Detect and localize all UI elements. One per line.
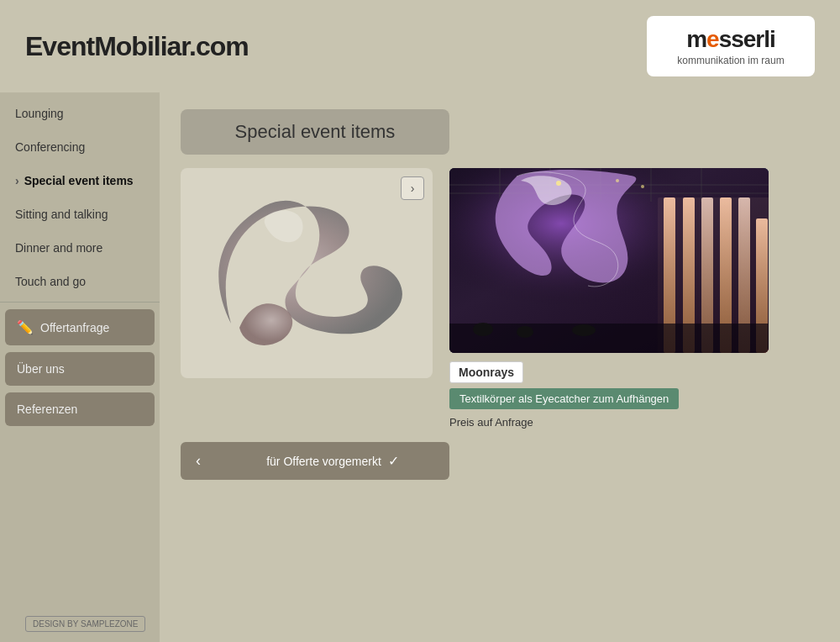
active-arrow: › <box>15 174 19 187</box>
sidebar-item-conferencing[interactable]: Conferencing <box>0 130 160 164</box>
svg-rect-19 <box>449 324 769 353</box>
sidebar-item-sitting[interactable]: Sitting and talking <box>0 197 160 231</box>
sidebar-item-special-event[interactable]: › Special event items <box>0 164 160 197</box>
referenzen-button[interactable]: Referenzen <box>5 392 155 426</box>
brand-logo: messerli kommunikation im raum <box>647 16 815 76</box>
product-photo <box>449 168 769 353</box>
product-name: Moonrays <box>449 361 523 383</box>
product-area: › <box>181 168 819 429</box>
messerli-tagline: kommunikation im raum <box>677 55 784 66</box>
offerte-button[interactable]: für Offerte vorgemerkt ✓ <box>216 442 449 480</box>
logo-text: EventMobiliar.com <box>25 31 249 61</box>
sidebar-item-dinner[interactable]: Dinner and more <box>0 231 160 265</box>
bottom-buttons: ‹ für Offerte vorgemerkt ✓ <box>181 442 449 480</box>
messerli-name: messerli <box>686 26 775 53</box>
product-image <box>197 189 416 357</box>
product-description: Textilkörper als Eyecatcher zum Aufhänge… <box>449 388 679 409</box>
product-detail: Moonrays Textilkörper als Eyecatcher zum… <box>449 168 819 429</box>
category-title: Special event items <box>181 109 449 155</box>
checkmark-icon: ✓ <box>388 453 399 469</box>
prev-button[interactable]: ‹ <box>181 442 216 480</box>
site-logo[interactable]: EventMobiliar.com <box>25 31 249 62</box>
offertanfrage-button[interactable]: ✏️ Offertanfrage <box>5 309 155 345</box>
product-price: Preis auf Anfrage <box>449 416 819 429</box>
ueber-uns-button[interactable]: Über uns <box>5 352 155 386</box>
svg-point-18 <box>641 185 644 188</box>
svg-point-20 <box>473 323 493 336</box>
photo-background <box>449 168 769 353</box>
scene-svg <box>449 168 769 353</box>
nav-divider <box>0 302 160 303</box>
svg-point-22 <box>572 324 596 336</box>
footer-label: DESIGN BY SAMPLEZONE <box>25 616 145 632</box>
header: EventMobiliar.com messerli kommunikation… <box>0 0 840 92</box>
main-layout: Lounging Conferencing › Special event it… <box>0 92 840 642</box>
content-area: Special event items › <box>160 92 840 642</box>
svg-point-17 <box>616 179 619 182</box>
sidebar-item-lounging[interactable]: Lounging <box>0 97 160 130</box>
pencil-icon: ✏️ <box>17 319 34 335</box>
product-image-box: › <box>181 168 433 378</box>
sidebar-item-touch[interactable]: Touch and go <box>0 265 160 298</box>
svg-point-16 <box>556 181 561 186</box>
svg-point-21 <box>517 326 533 338</box>
next-image-button[interactable]: › <box>401 176 424 200</box>
sidebar: Lounging Conferencing › Special event it… <box>0 92 160 642</box>
